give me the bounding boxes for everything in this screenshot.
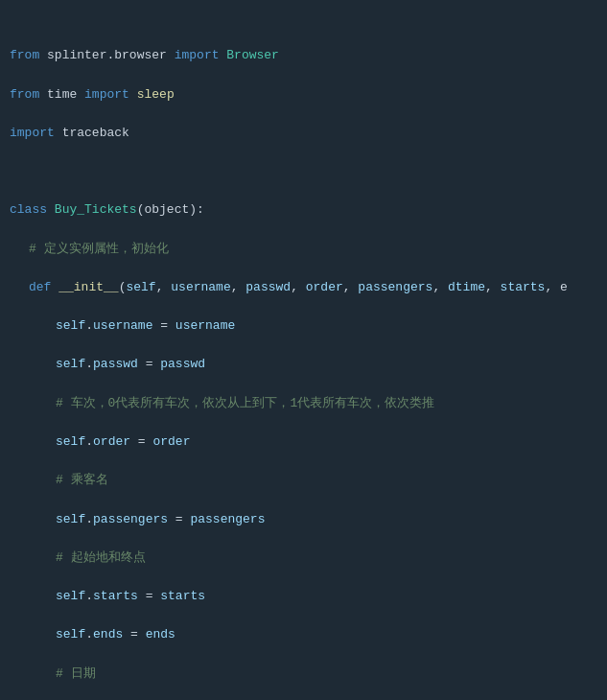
line-13: self.passengers = passengers: [0, 510, 607, 529]
line-10: # 车次，0代表所有车次，依次从上到下，1代表所有车次，依次类推: [0, 394, 607, 413]
line-5: class Buy_Tickets(object):: [0, 200, 607, 220]
line-1: from splinter.browser import Browser: [0, 46, 607, 65]
line-12: # 乘客名: [0, 471, 607, 490]
line-17: # 日期: [0, 665, 607, 684]
line-2: from time import sleep: [0, 85, 607, 105]
line-14: # 起始地和终点: [0, 548, 607, 568]
line-6: # 定义实例属性，初始化: [0, 240, 607, 259]
line-3: import traceback: [0, 124, 607, 143]
line-9: self.passwd = passwd: [0, 355, 607, 374]
line-8: self.username = username: [0, 316, 607, 336]
line-4: [0, 162, 607, 181]
line-16: self.ends = ends: [0, 625, 607, 644]
line-7: def __init__(self, username, passwd, ord…: [0, 278, 607, 297]
code-container: from splinter.browser import Browser fro…: [0, 0, 607, 700]
line-15: self.starts = starts: [0, 587, 607, 606]
line-11: self.order = order: [0, 432, 607, 452]
